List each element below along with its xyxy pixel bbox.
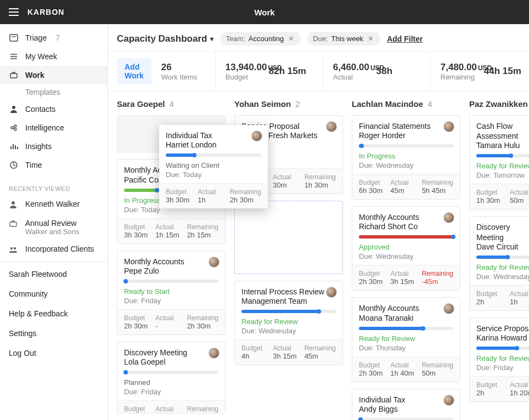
metric-label: Budget (359, 179, 386, 186)
card-title: Financial Statements (359, 121, 453, 131)
page-header-title: Work (0, 8, 529, 17)
svg-rect-5 (10, 73, 17, 78)
metric-label: Budget (124, 314, 151, 322)
progress-bar (166, 154, 261, 157)
work-card[interactable]: Discovery MeetingDave CircuitReady for R… (469, 216, 529, 310)
sidebar-item-label: My Week (25, 52, 57, 61)
column-name: Paz Zwanikken (469, 99, 528, 109)
metric-label: Actual (198, 188, 225, 196)
recent-item-group[interactable]: Incorporated Clients (0, 240, 108, 259)
card-status: Planned (124, 378, 218, 387)
sidebar-item-count: 7 (55, 33, 60, 42)
sidebar-item-work[interactable]: Work (0, 66, 108, 84)
metric-label: Budget (124, 405, 151, 413)
svg-point-19 (10, 247, 13, 249)
summary-remaining-amount: 7,480.00USD (441, 62, 469, 73)
sidebar-item-label: Contacts (25, 105, 55, 113)
sidebar-item-contacts[interactable]: Contacts (0, 100, 108, 118)
metric-value: 1h 30m (305, 181, 336, 189)
card-title: Cash Flow Assessment (476, 121, 529, 141)
card-metrics: Budget2hActual1h (470, 285, 529, 310)
metric-value: 1h 30m (476, 196, 505, 205)
metric-label: Remaining (230, 188, 261, 196)
drop-zone[interactable] (234, 201, 343, 274)
metric-value: 2h 30m (187, 322, 218, 330)
sidebar-link-user[interactable]: Sarah Fleetwood (0, 264, 108, 284)
column-header: Paz Zwanikken 3 (469, 99, 529, 109)
svg-point-6 (12, 106, 15, 109)
card-client: Tamara Hulu (476, 141, 529, 150)
card-status: Ready for Review (476, 263, 529, 271)
person-icon (9, 200, 19, 210)
metric-value: 5h 45m (422, 186, 453, 195)
card-status: Ready for Review (241, 317, 336, 326)
metric-value: 1h (510, 298, 529, 306)
metric-label: Budget (241, 344, 268, 352)
dragging-card[interactable]: Individual Tax Harriet London Waiting on… (159, 125, 268, 208)
sidebar-item-label: Insights (25, 142, 52, 151)
card-client: Moana Taranaki (359, 314, 453, 322)
work-card[interactable]: Financial StatementsRoger HorderIn Progr… (352, 115, 460, 200)
column-header: Sara Goepel 4 (117, 99, 226, 109)
recent-item-label: Annual Review (25, 219, 80, 228)
sidebar-link-community[interactable]: Community (0, 284, 108, 304)
sidebar-item-triage[interactable]: Triage 7 (0, 29, 108, 47)
sidebar-link-logout[interactable]: Log Out (0, 343, 108, 363)
metric-value: 3h 15m (390, 277, 417, 286)
work-card[interactable]: Service ProposalKarina HowardReady for R… (469, 317, 529, 402)
work-card[interactable]: Monthly AccountsMoana TaranakiReady for … (352, 297, 460, 382)
sidebar-item-intelligence[interactable]: Intelligence (0, 118, 108, 137)
work-card[interactable]: Cash Flow AssessmentTamara HuluReady for… (469, 115, 529, 209)
page-title-dropdown[interactable]: Capacity Dashboard ▾ (117, 33, 213, 44)
sidebar-item-myweek[interactable]: My Week (0, 47, 108, 66)
recent-item-work[interactable]: Annual Review Walker and Sons (0, 214, 108, 240)
work-card[interactable]: Monthly AccountsRichard Short CoApproved… (352, 206, 460, 291)
card-due: Due: Friday (124, 388, 218, 396)
metric-value: 45m (305, 352, 336, 360)
add-filter-link[interactable]: Add Filter (387, 35, 423, 43)
card-status: Waiting on Client (166, 161, 261, 169)
filter-pill-team[interactable]: Team: Accounting ✕ (220, 32, 301, 46)
sidebar-item-time[interactable]: Time (0, 156, 108, 174)
filter-prefix: Team: (226, 35, 245, 43)
metric-label: Budget (359, 361, 386, 369)
metric-value: 2h 30m (359, 277, 386, 286)
close-icon[interactable]: ✕ (367, 35, 375, 43)
sidebar-link-help[interactable]: Help & Feedback (0, 304, 108, 323)
work-card[interactable]: Discovery MeetingLola GoepelPlannedDue: … (117, 342, 226, 413)
metric-label: Budget (166, 188, 193, 196)
progress-bar (359, 418, 453, 420)
menu-icon[interactable] (9, 8, 19, 16)
summary-actual-time: 38h (376, 66, 415, 77)
metric-label: Actual (390, 179, 417, 186)
metric-label: Actual (155, 405, 182, 413)
work-card[interactable]: Individual TaxAndy BiggsOn HoldDue: Frid… (352, 389, 460, 420)
card-due: Due: Wednesday (476, 273, 529, 281)
summary-budget-amount: 13,940.00USD (226, 62, 254, 73)
metric-label: Budget (476, 290, 505, 298)
work-card[interactable]: Monthly AccountsPepe ZuloReady to StartD… (117, 251, 226, 335)
metric-label: Actual (273, 173, 300, 181)
metric-label: Remaining (187, 223, 218, 231)
card-client: Management Team (241, 297, 336, 305)
sidebar-item-templates[interactable]: Templates (0, 84, 108, 100)
column-name: Sara Goepel (117, 99, 165, 109)
recent-item-person[interactable]: Kenneth Walker (0, 195, 108, 214)
metric-label: Budget (476, 381, 505, 389)
metric-label: Remaining (422, 361, 453, 369)
work-card[interactable]: Internal Process ReviewManagement TeamRe… (234, 281, 343, 365)
add-work-button[interactable]: Add Work (117, 58, 151, 84)
main: Capacity Dashboard ▾ Team: Accounting ✕ … (108, 24, 529, 420)
card-metrics: Budget2h 30mActual1h 40mRemaining50m (352, 356, 460, 382)
metric-value: 2h (476, 389, 505, 397)
column-name: Lachlan Macindoe (352, 99, 423, 109)
card-client: Richard Short Co (359, 222, 453, 231)
sidebar-item-insights[interactable]: Insights (0, 137, 108, 156)
sidebar-link-settings[interactable]: Settings (0, 323, 108, 343)
close-icon[interactable]: ✕ (287, 35, 295, 43)
board-column: Paz Zwanikken 3Cash Flow AssessmentTamar… (469, 99, 529, 420)
metric-value: 1h 20m (510, 389, 529, 397)
metric-value: 3h 30m (166, 196, 193, 204)
filter-pill-due[interactable]: Due: This week ✕ (307, 32, 380, 46)
app-logo: KARBON (27, 8, 64, 16)
